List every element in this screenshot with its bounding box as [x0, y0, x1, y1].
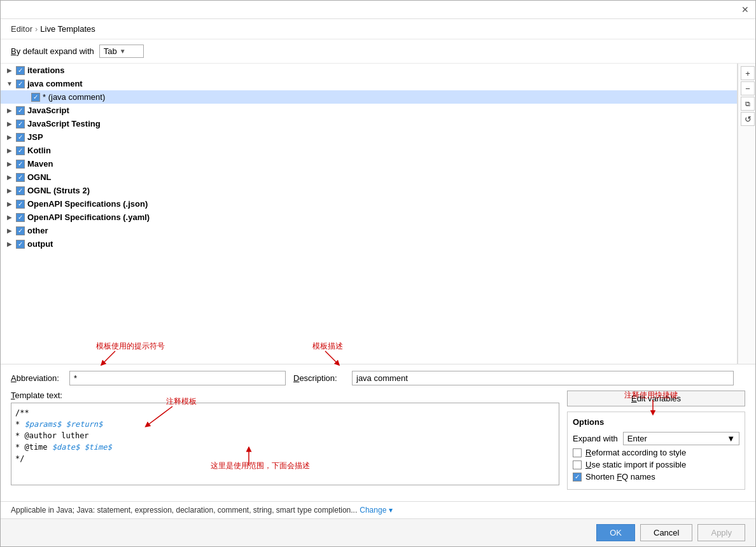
bottom-annotation-area: 模板使用的提示符号 模板描述 [1, 364, 755, 501]
tree-item-openapi-json[interactable]: ▶ ✓ OpenAPI Specifications (.json) [1, 197, 737, 211]
checkbox-other[interactable]: ✓ [16, 226, 25, 235]
reformat-checkbox[interactable] [573, 448, 582, 457]
tree-item-javascript[interactable]: ▶ ✓ JavaScript [1, 104, 737, 117]
tree-label-ognl: OGNL [27, 172, 52, 182]
tree-item-javascript-testing[interactable]: ▶ ✓ JavaScript Testing [1, 117, 737, 130]
tree-label-jsp: JSP [27, 132, 43, 142]
checkbox-javascript[interactable]: ✓ [16, 106, 25, 115]
remove-button[interactable]: − [741, 81, 755, 95]
apply-button[interactable]: Apply [697, 524, 745, 541]
description-label: Description: [293, 373, 344, 383]
tree-label-kotlin: Kotlin [27, 146, 51, 155]
tree-arrow-output: ▶ [6, 240, 13, 247]
main-content: ▶ ✓ iterations ▼ ✓ java comment ✓ * (jav… [1, 64, 755, 364]
edit-variables-button[interactable]: Edit variables [567, 391, 745, 406]
reformat-option-row: Reformat according to style [573, 448, 739, 457]
code-line-4: * @time $date$ $time$ [15, 441, 555, 453]
tree-label-ognl-struts: OGNL (Struts 2) [27, 186, 90, 195]
tree-label-openapi-yaml: OpenAPI Specifications (.yaml) [27, 212, 150, 222]
tree-label-iterations: iterations [27, 66, 65, 75]
template-area: Template text: /** * $params$ $return$ *… [11, 391, 745, 490]
template-code-block[interactable]: /** * $params$ $return$ * @author luther… [11, 403, 559, 485]
breadcrumb-live-templates[interactable]: Live Templates [40, 24, 95, 34]
expand-with-select[interactable]: Enter ▼ [623, 432, 739, 445]
breadcrumb-editor[interactable]: Editor [11, 24, 32, 34]
checkbox-kotlin[interactable]: ✓ [16, 146, 25, 155]
tree-arrow-ognl-struts: ▶ [6, 187, 13, 194]
checkbox-java-comment-child[interactable]: ✓ [31, 93, 40, 102]
expand-with-dropdown[interactable]: Tab ▼ [99, 45, 144, 58]
shorten-checkbox[interactable]: ✓ [573, 473, 582, 481]
static-import-option-row: Use static import if possible [573, 460, 739, 469]
tree-label-javascript: JavaScript [27, 106, 69, 115]
close-button[interactable]: ✕ [740, 4, 750, 15]
bottom-section: Abbreviation: Description: Template text… [1, 364, 755, 501]
applicable-bar: Applicable in Java; Java: statement, exp… [1, 501, 755, 518]
checkbox-jsp[interactable]: ✓ [16, 133, 25, 142]
tree-panel: ▶ ✓ iterations ▼ ✓ java comment ✓ * (jav… [1, 64, 738, 364]
tree-label-other: other [27, 226, 48, 235]
tree-item-java-comment[interactable]: ▼ ✓ java comment [1, 77, 737, 90]
title-bar: ✕ [1, 1, 755, 19]
abbreviation-label: Abbreviation: [11, 373, 62, 383]
template-text-label: Template text: [11, 391, 559, 400]
options-group: Options Expand with Enter ▼ [567, 412, 745, 490]
expand-with-value: Tab [104, 46, 117, 56]
tree-item-iterations[interactable]: ▶ ✓ iterations [1, 64, 737, 77]
checkbox-maven[interactable]: ✓ [16, 160, 25, 169]
code-line-3: * @author luther [15, 430, 555, 441]
ok-button[interactable]: OK [596, 524, 635, 541]
change-link[interactable]: Change ▾ [360, 506, 392, 515]
checkbox-javascript-testing[interactable]: ✓ [16, 120, 25, 128]
cancel-button[interactable]: Cancel [640, 524, 692, 541]
description-input[interactable] [352, 371, 734, 385]
tree-arrow-maven: ▶ [6, 160, 13, 167]
tree-item-output[interactable]: ▶ ✓ output [1, 237, 737, 251]
tree-label-javascript-testing: JavaScript Testing [27, 119, 101, 128]
static-import-checkbox[interactable] [573, 460, 582, 469]
tree-arrow-iterations: ▶ [6, 67, 13, 74]
tree-item-java-comment-child[interactable]: ✓ * (java comment) [1, 90, 737, 104]
options-group-wrapper: 注释使用快捷键 Options [567, 412, 745, 490]
tree-item-jsp[interactable]: ▶ ✓ JSP [1, 130, 737, 144]
tree-label-java-comment: java comment [27, 79, 83, 88]
tree-arrow-java-comment: ▼ [6, 80, 13, 87]
checkbox-openapi-json[interactable]: ✓ [16, 200, 25, 209]
checkbox-java-comment[interactable]: ✓ [16, 80, 25, 88]
tree-item-kotlin[interactable]: ▶ ✓ Kotlin [1, 144, 737, 157]
template-text-wrapper: Template text: /** * $params$ $return$ *… [11, 391, 559, 490]
settings-dialog: ✕ Editor › Live Templates By default exp… [0, 0, 756, 547]
copy-button[interactable]: ⧉ [741, 97, 755, 111]
tree-arrow-kotlin: ▶ [6, 147, 13, 154]
tree-item-openapi-yaml[interactable]: ▶ ✓ OpenAPI Specifications (.yaml) [1, 211, 737, 224]
abbreviation-input[interactable] [69, 371, 286, 385]
expand-with-label: Expand with [573, 434, 618, 443]
applicable-text: Applicable in Java; Java: statement, exp… [11, 506, 357, 515]
options-title: Options [573, 417, 739, 427]
sidebar-buttons: + − ⧉ ↺ [738, 64, 755, 364]
checkbox-ognl-struts[interactable]: ✓ [16, 186, 25, 195]
checkbox-openapi-yaml[interactable]: ✓ [16, 213, 25, 222]
static-import-label: Use static import if possible [585, 460, 686, 469]
expand-label: By default expand with [11, 46, 94, 56]
checkbox-ognl[interactable]: ✓ [16, 173, 25, 182]
tree-label-maven: Maven [27, 159, 53, 169]
add-button[interactable]: + [741, 66, 755, 80]
reset-button[interactable]: ↺ [741, 112, 755, 126]
options-panel: Edit variables 注释使用快捷键 [567, 391, 745, 490]
shorten-option-row: ✓ Shorten FQ names [573, 472, 739, 481]
tree-label-java-comment-child: * (java comment) [43, 92, 105, 102]
tree-item-maven[interactable]: ▶ ✓ Maven [1, 157, 737, 170]
tree-arrow-javascript-testing: ▶ [6, 120, 13, 127]
tree-item-other[interactable]: ▶ ✓ other [1, 224, 737, 237]
tree-item-ognl[interactable]: ▶ ✓ OGNL [1, 170, 737, 184]
breadcrumb: Editor › Live Templates [1, 19, 755, 39]
tree-scroll[interactable]: ▶ ✓ iterations ▼ ✓ java comment ✓ * (jav… [1, 64, 737, 364]
code-line-2: * $params$ $return$ [15, 419, 555, 430]
checkbox-iterations[interactable]: ✓ [16, 66, 25, 75]
tree-item-ognl-struts[interactable]: ▶ ✓ OGNL (Struts 2) [1, 184, 737, 197]
checkbox-output[interactable]: ✓ [16, 240, 25, 249]
code-line-5: */ [15, 453, 555, 464]
breadcrumb-separator: › [35, 24, 38, 34]
action-bar: OK Cancel Apply [1, 518, 755, 546]
